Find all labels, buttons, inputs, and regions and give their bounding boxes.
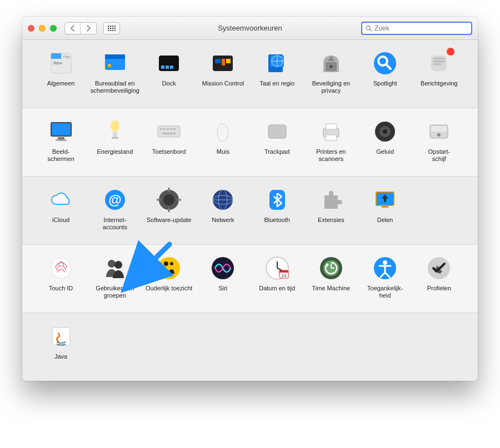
minimize-button[interactable]: [39, 25, 46, 32]
svg-point-88: [164, 261, 168, 266]
pref-touchid[interactable]: Touch ID: [34, 255, 87, 305]
pref-beeldschermen[interactable]: Beeld- schermen: [34, 118, 87, 168]
pref-label: Ouderlijk toezicht: [146, 285, 192, 292]
svg-rect-0: [108, 26, 109, 27]
icloud-icon: [48, 187, 74, 213]
pref-label: Siri: [218, 285, 227, 292]
muis-icon: [209, 118, 236, 145]
pref-label: Extensies: [318, 217, 344, 224]
pref-label: Time Machine: [312, 285, 351, 292]
search-field[interactable]: [361, 22, 472, 35]
extensies-icon: [318, 187, 344, 213]
svg-rect-24: [170, 66, 173, 69]
taal-icon: [264, 50, 291, 77]
pref-label: Spotlight: [373, 80, 397, 87]
show-all-button[interactable]: [103, 22, 120, 34]
pref-beveiliging[interactable]: Beveiliging en privacy: [304, 50, 357, 100]
svg-point-85: [108, 260, 116, 268]
svg-text:File: File: [63, 55, 69, 59]
java-icon: [48, 323, 74, 350]
pref-row: Java: [22, 313, 478, 381]
pref-software[interactable]: Software-update: [143, 187, 196, 236]
svg-text:@: @: [108, 192, 121, 207]
pref-trackpad[interactable]: Trackpad: [251, 118, 303, 168]
maximize-button[interactable]: [50, 25, 57, 32]
svg-rect-40: [433, 58, 444, 59]
pref-timemachine[interactable]: Time Machine: [304, 255, 357, 305]
pref-row: Touch IDGebruikers en groepenOuderlijk t…: [22, 245, 478, 313]
geluid-icon: [372, 118, 398, 145]
search-input[interactable]: [374, 24, 468, 32]
dock-icon: [156, 50, 182, 77]
pref-muis[interactable]: Muis: [197, 118, 249, 168]
pref-ouderlijk[interactable]: Ouderlijk toezicht: [143, 255, 196, 305]
svg-point-57: [217, 124, 228, 142]
pref-mission[interactable]: Mission Control: [197, 50, 249, 100]
system-preferences-window: Systeemvoorkeuren FileNewAlgemeenBureaub…: [22, 17, 478, 381]
pref-extensies[interactable]: Extensies: [304, 187, 357, 236]
pref-row: iCloud@Internet- accountsSoftware-update…: [22, 177, 478, 245]
svg-point-36: [374, 52, 396, 74]
svg-rect-6: [112, 28, 114, 29]
pref-label: Energiestand: [97, 148, 133, 155]
pref-netwerk[interactable]: Netwerk: [197, 187, 249, 236]
back-button[interactable]: [65, 23, 81, 34]
pref-bureaublad[interactable]: Bureaublad en schermbeveiliging: [88, 50, 141, 100]
pref-energie[interactable]: Energiestand: [88, 118, 141, 168]
pref-datum[interactable]: 18Datum en tijd: [251, 255, 303, 305]
pref-geluid[interactable]: Geluid: [359, 118, 412, 168]
pref-gebruikers[interactable]: Gebruikers en groepen: [88, 255, 141, 305]
pref-berichtgeving[interactable]: Berichtgeving: [413, 50, 466, 100]
toegankelijkheid-icon: [372, 255, 398, 281]
svg-rect-51: [160, 128, 162, 130]
pref-profielen[interactable]: Profielen: [413, 255, 466, 305]
pref-label: Beveiliging en privacy: [306, 80, 357, 94]
svg-point-71: [163, 194, 174, 205]
pref-algemeen[interactable]: FileNewAlgemeen: [34, 50, 87, 100]
beeldschermen-icon: [48, 118, 74, 145]
svg-rect-3: [114, 26, 116, 27]
pref-label: Algemeen: [47, 80, 75, 87]
forward-button[interactable]: [81, 23, 96, 34]
pref-opstart[interactable]: Opstart- schijf: [413, 118, 466, 168]
window-controls: [28, 25, 57, 32]
svg-rect-22: [161, 66, 164, 69]
nav-segmented: [64, 22, 97, 34]
pref-internet[interactable]: @Internet- accounts: [88, 187, 141, 236]
svg-point-35: [329, 66, 332, 68]
svg-text:New: New: [53, 61, 62, 66]
preference-rows: FileNewAlgemeenBureaublad en schermbevei…: [22, 40, 478, 381]
pref-taal[interactable]: Taal en regio: [251, 50, 303, 100]
pref-dock[interactable]: Dock: [143, 50, 196, 100]
svg-point-20: [108, 64, 111, 67]
trackpad-icon: [264, 118, 291, 145]
ouderlijk-icon: [156, 255, 182, 281]
pref-icloud[interactable]: iCloud: [34, 187, 87, 236]
internet-icon: @: [102, 187, 128, 213]
pref-label: Bluetooth: [264, 217, 289, 224]
bureaublad-icon: [102, 50, 128, 77]
svg-rect-27: [222, 59, 225, 66]
svg-rect-46: [56, 139, 67, 141]
svg-rect-56: [162, 133, 176, 134]
svg-rect-66: [431, 126, 447, 132]
svg-rect-5: [110, 28, 112, 29]
search-icon: [366, 25, 372, 32]
pref-delen[interactable]: Delen: [359, 187, 412, 236]
pref-printers[interactable]: Printers en scanners: [304, 118, 357, 168]
pref-toegankelijkheid[interactable]: Toegankelijk- heid: [359, 255, 412, 305]
touchid-icon: [48, 255, 74, 281]
pref-bluetooth[interactable]: Bluetooth: [251, 187, 303, 236]
pref-label: Dock: [162, 80, 176, 87]
pref-spotlight[interactable]: Spotlight: [359, 50, 412, 100]
berichtgeving-icon: [426, 50, 452, 77]
pref-toetsenbord[interactable]: Toetsenbord: [143, 118, 196, 168]
close-button[interactable]: [28, 25, 34, 32]
svg-rect-58: [268, 125, 286, 138]
pref-siri[interactable]: Siri: [197, 255, 249, 305]
svg-point-89: [170, 262, 173, 265]
pref-java[interactable]: Java: [34, 323, 87, 373]
pref-label: Internet- accounts: [103, 217, 127, 231]
algemeen-icon: FileNew: [48, 50, 74, 77]
pref-label: Software-update: [147, 217, 192, 224]
